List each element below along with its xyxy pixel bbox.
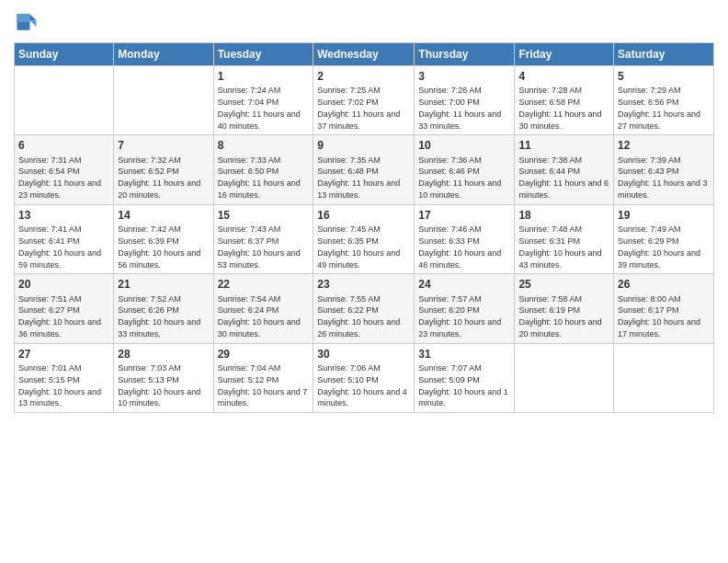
day-info: Sunrise: 7:51 AM Sunset: 6:27 PM Dayligh… <box>18 294 101 339</box>
day-cell: 16Sunrise: 7:45 AM Sunset: 6:35 PM Dayli… <box>313 204 415 273</box>
day-number: 7 <box>118 138 209 153</box>
day-number: 6 <box>18 138 109 153</box>
day-cell: 26Sunrise: 8:00 AM Sunset: 6:17 PM Dayli… <box>614 274 714 343</box>
calendar: SundayMondayTuesdayWednesdayThursdayFrid… <box>14 42 714 413</box>
day-info: Sunrise: 7:52 AM Sunset: 6:26 PM Dayligh… <box>118 294 200 339</box>
day-info: Sunrise: 7:54 AM Sunset: 6:24 PM Dayligh… <box>218 294 301 339</box>
day-info: Sunrise: 7:45 AM Sunset: 6:35 PM Dayligh… <box>317 224 400 269</box>
day-cell: 2Sunrise: 7:25 AM Sunset: 7:02 PM Daylig… <box>313 66 415 135</box>
weekday-header-friday: Friday <box>515 43 614 66</box>
day-cell: 31Sunrise: 7:07 AM Sunset: 5:09 PM Dayli… <box>415 343 515 412</box>
day-number: 18 <box>518 208 609 223</box>
day-info: Sunrise: 7:01 AM Sunset: 5:15 PM Dayligh… <box>18 363 101 408</box>
day-number: 4 <box>518 69 609 84</box>
day-info: Sunrise: 7:25 AM Sunset: 7:02 PM Dayligh… <box>317 86 400 130</box>
page: SundayMondayTuesdayWednesdayThursdayFrid… <box>0 0 728 563</box>
day-cell: 21Sunrise: 7:52 AM Sunset: 6:26 PM Dayli… <box>114 274 213 343</box>
day-number: 25 <box>518 277 609 292</box>
day-number: 29 <box>218 347 310 362</box>
day-cell: 11Sunrise: 7:38 AM Sunset: 6:44 PM Dayli… <box>515 135 614 204</box>
day-info: Sunrise: 7:04 AM Sunset: 5:12 PM Dayligh… <box>218 363 308 408</box>
day-info: Sunrise: 7:39 AM Sunset: 6:43 PM Dayligh… <box>618 155 708 200</box>
day-cell: 8Sunrise: 7:33 AM Sunset: 6:50 PM Daylig… <box>213 135 313 204</box>
logo <box>14 9 43 35</box>
day-info: Sunrise: 7:41 AM Sunset: 6:41 PM Dayligh… <box>18 224 101 269</box>
day-number: 28 <box>118 347 209 362</box>
day-number: 24 <box>418 277 510 292</box>
logo-icon <box>14 9 40 35</box>
weekday-header-saturday: Saturday <box>614 43 714 66</box>
week-row-4: 20Sunrise: 7:51 AM Sunset: 6:27 PM Dayli… <box>15 274 714 343</box>
day-cell: 30Sunrise: 7:06 AM Sunset: 5:10 PM Dayli… <box>313 343 415 412</box>
day-info: Sunrise: 8:00 AM Sunset: 6:17 PM Dayligh… <box>618 294 700 339</box>
day-number: 22 <box>218 277 310 292</box>
day-number: 14 <box>118 208 209 223</box>
day-number: 23 <box>317 277 410 292</box>
day-cell: 18Sunrise: 7:48 AM Sunset: 6:31 PM Dayli… <box>515 204 614 273</box>
day-cell: 19Sunrise: 7:49 AM Sunset: 6:29 PM Dayli… <box>614 204 714 273</box>
day-cell: 15Sunrise: 7:43 AM Sunset: 6:37 PM Dayli… <box>213 204 313 273</box>
day-info: Sunrise: 7:24 AM Sunset: 7:04 PM Dayligh… <box>218 86 301 130</box>
week-row-1: 1Sunrise: 7:24 AM Sunset: 7:04 PM Daylig… <box>15 66 714 135</box>
day-cell <box>614 343 714 412</box>
day-number: 9 <box>317 138 410 153</box>
weekday-header-thursday: Thursday <box>415 43 515 66</box>
weekday-header-wednesday: Wednesday <box>313 43 415 66</box>
day-cell <box>114 66 213 135</box>
day-info: Sunrise: 7:07 AM Sunset: 5:09 PM Dayligh… <box>418 363 508 408</box>
day-cell: 12Sunrise: 7:39 AM Sunset: 6:43 PM Dayli… <box>614 135 714 204</box>
day-cell: 14Sunrise: 7:42 AM Sunset: 6:39 PM Dayli… <box>114 204 213 273</box>
svg-rect-4 <box>17 14 30 22</box>
day-info: Sunrise: 7:38 AM Sunset: 6:44 PM Dayligh… <box>518 155 609 200</box>
header <box>14 9 714 35</box>
day-cell: 22Sunrise: 7:54 AM Sunset: 6:24 PM Dayli… <box>213 274 313 343</box>
day-number: 8 <box>218 138 310 153</box>
day-number: 17 <box>418 208 510 223</box>
day-cell: 13Sunrise: 7:41 AM Sunset: 6:41 PM Dayli… <box>15 204 114 273</box>
day-number: 3 <box>418 69 510 84</box>
day-cell: 6Sunrise: 7:31 AM Sunset: 6:54 PM Daylig… <box>15 135 114 204</box>
day-cell: 20Sunrise: 7:51 AM Sunset: 6:27 PM Dayli… <box>15 274 114 343</box>
day-number: 12 <box>618 138 710 153</box>
day-number: 19 <box>618 208 710 223</box>
day-info: Sunrise: 7:06 AM Sunset: 5:10 PM Dayligh… <box>317 363 407 408</box>
day-cell <box>515 343 614 412</box>
day-cell: 23Sunrise: 7:55 AM Sunset: 6:22 PM Dayli… <box>313 274 415 343</box>
day-cell: 17Sunrise: 7:46 AM Sunset: 6:33 PM Dayli… <box>415 204 515 273</box>
day-info: Sunrise: 7:32 AM Sunset: 6:52 PM Dayligh… <box>118 155 200 200</box>
day-number: 11 <box>518 138 609 153</box>
day-info: Sunrise: 7:33 AM Sunset: 6:50 PM Dayligh… <box>218 155 301 200</box>
day-number: 15 <box>218 208 310 223</box>
day-info: Sunrise: 7:46 AM Sunset: 6:33 PM Dayligh… <box>418 224 501 269</box>
day-info: Sunrise: 7:43 AM Sunset: 6:37 PM Dayligh… <box>218 224 301 269</box>
day-info: Sunrise: 7:35 AM Sunset: 6:48 PM Dayligh… <box>317 155 400 200</box>
day-cell: 5Sunrise: 7:29 AM Sunset: 6:56 PM Daylig… <box>614 66 714 135</box>
day-number: 21 <box>118 277 209 292</box>
week-row-3: 13Sunrise: 7:41 AM Sunset: 6:41 PM Dayli… <box>15 204 714 273</box>
day-cell: 28Sunrise: 7:03 AM Sunset: 5:13 PM Dayli… <box>114 343 213 412</box>
weekday-header-monday: Monday <box>114 43 213 66</box>
day-number: 27 <box>18 347 109 362</box>
day-info: Sunrise: 7:58 AM Sunset: 6:19 PM Dayligh… <box>518 294 601 339</box>
day-info: Sunrise: 7:29 AM Sunset: 6:56 PM Dayligh… <box>618 86 700 130</box>
weekday-header-sunday: Sunday <box>15 43 114 66</box>
day-info: Sunrise: 7:49 AM Sunset: 6:29 PM Dayligh… <box>618 224 700 269</box>
day-info: Sunrise: 7:28 AM Sunset: 6:58 PM Dayligh… <box>518 86 601 130</box>
day-number: 2 <box>317 69 410 84</box>
day-cell: 10Sunrise: 7:36 AM Sunset: 6:46 PM Dayli… <box>415 135 515 204</box>
day-number: 10 <box>418 138 510 153</box>
weekday-header-row: SundayMondayTuesdayWednesdayThursdayFrid… <box>15 43 714 66</box>
day-info: Sunrise: 7:26 AM Sunset: 7:00 PM Dayligh… <box>418 86 501 130</box>
day-cell: 1Sunrise: 7:24 AM Sunset: 7:04 PM Daylig… <box>213 66 313 135</box>
day-number: 30 <box>317 347 410 362</box>
day-number: 31 <box>418 347 510 362</box>
day-info: Sunrise: 7:03 AM Sunset: 5:13 PM Dayligh… <box>118 363 200 408</box>
day-number: 26 <box>618 277 710 292</box>
day-cell: 7Sunrise: 7:32 AM Sunset: 6:52 PM Daylig… <box>114 135 213 204</box>
weekday-header-tuesday: Tuesday <box>213 43 313 66</box>
day-number: 16 <box>317 208 410 223</box>
day-number: 20 <box>18 277 109 292</box>
day-info: Sunrise: 7:36 AM Sunset: 6:46 PM Dayligh… <box>418 155 501 200</box>
week-row-2: 6Sunrise: 7:31 AM Sunset: 6:54 PM Daylig… <box>15 135 714 204</box>
day-info: Sunrise: 7:55 AM Sunset: 6:22 PM Dayligh… <box>317 294 400 339</box>
